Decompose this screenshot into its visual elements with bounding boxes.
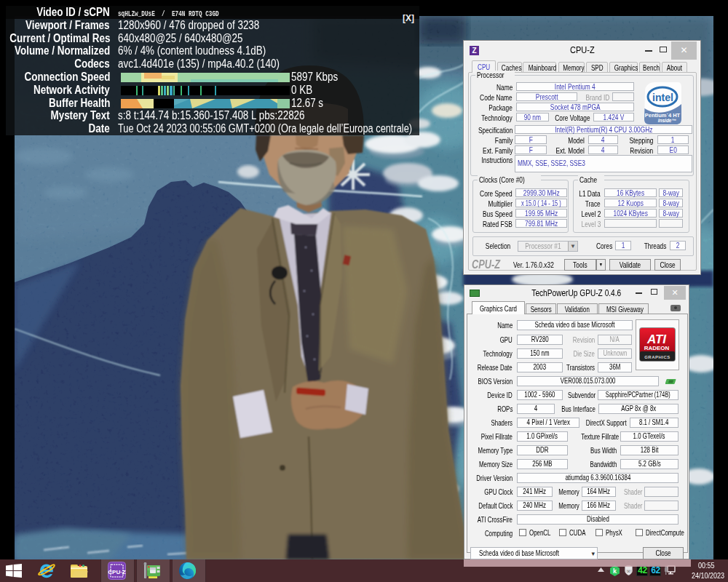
svg-text:✕: ✕ <box>627 569 631 574</box>
svg-text:GRAPHICS: GRAPHICS <box>644 355 670 359</box>
svg-text:RADEON: RADEON <box>644 345 670 351</box>
svg-text:inside™: inside™ <box>658 118 676 123</box>
svg-text:intel: intel <box>652 92 673 103</box>
svg-text:CPU·Z: CPU·Z <box>108 569 126 575</box>
